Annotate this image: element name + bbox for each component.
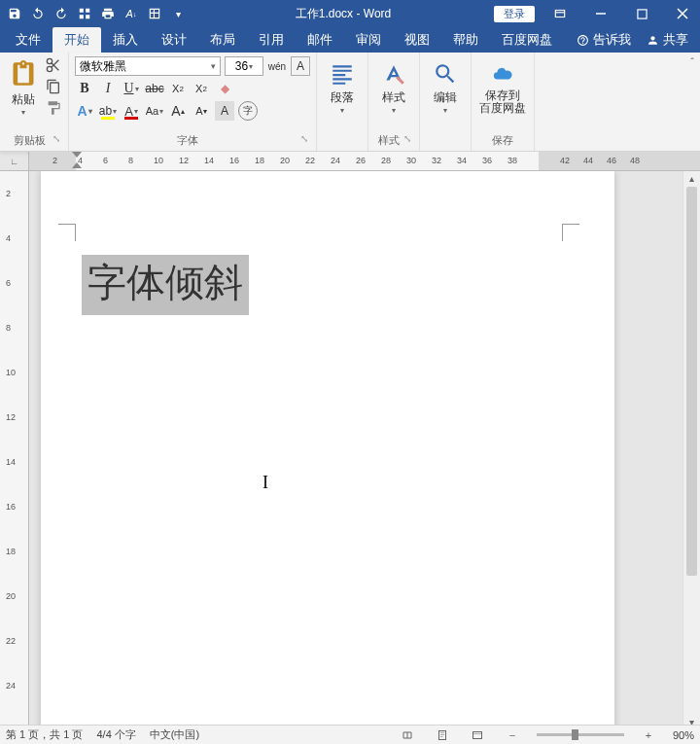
share-button[interactable]: 共享 bbox=[639, 27, 696, 53]
group-label-font: 字体⤡ bbox=[75, 131, 310, 151]
ribbon-display-icon[interactable] bbox=[542, 3, 578, 24]
group-clipboard: 粘贴 ▾ 剪贴板⤡ bbox=[0, 53, 69, 151]
close-icon[interactable] bbox=[665, 3, 700, 24]
group-baidu-save: 保存到百度网盘 保存 bbox=[472, 53, 535, 151]
editing-button[interactable]: 编辑 ▾ bbox=[426, 56, 465, 115]
zoom-in-icon[interactable]: + bbox=[638, 727, 659, 743]
highlight-button[interactable]: ab▾ bbox=[98, 101, 118, 121]
shrink-font-button[interactable]: A▾ bbox=[192, 101, 211, 121]
font-effect-icon[interactable]: A↓ bbox=[122, 5, 140, 22]
group-paragraph: 段落 ▾ bbox=[317, 53, 368, 151]
subscript-button[interactable]: X2 bbox=[168, 79, 188, 98]
ruler-row: ∟ 24681012141618202224262830323436384244… bbox=[0, 152, 700, 171]
char-border-icon[interactable]: A bbox=[291, 56, 310, 76]
margin-mark-tl bbox=[58, 224, 76, 241]
print-layout-icon[interactable] bbox=[432, 727, 453, 743]
paste-button[interactable]: 粘贴 ▾ bbox=[6, 56, 41, 117]
tab-home[interactable]: 开始 bbox=[52, 27, 101, 53]
svg-rect-1 bbox=[637, 9, 646, 18]
save-icon[interactable] bbox=[6, 5, 23, 22]
svg-rect-3 bbox=[472, 731, 481, 738]
clipboard-launcher-icon[interactable]: ⤡ bbox=[52, 133, 60, 144]
tab-mailings[interactable]: 邮件 bbox=[296, 27, 344, 53]
char-shading-button[interactable]: A bbox=[215, 101, 234, 121]
copy-icon[interactable] bbox=[45, 78, 62, 95]
web-layout-icon[interactable] bbox=[467, 727, 488, 743]
read-mode-icon[interactable] bbox=[397, 727, 418, 743]
group-styles: 样式 ▾ 样式⤡ bbox=[368, 53, 420, 151]
tab-baidu[interactable]: 百度网盘 bbox=[490, 27, 564, 53]
qat-customize-icon[interactable]: ▾ bbox=[169, 5, 187, 22]
text-effects-button[interactable]: A▾ bbox=[75, 101, 94, 121]
zoom-level[interactable]: 90% bbox=[673, 729, 694, 741]
tab-review[interactable]: 审阅 bbox=[344, 27, 393, 53]
status-language[interactable]: 中文(中国) bbox=[150, 727, 199, 742]
document-area: 24681012141618202224 字体倾斜 I ▴ ▾ bbox=[0, 171, 700, 730]
font-launcher-icon[interactable]: ⤡ bbox=[300, 133, 308, 144]
strikethrough-button[interactable]: abc bbox=[145, 79, 164, 98]
ribbon: 粘贴 ▾ 剪贴板⤡ 微软雅黑▾ 36▾ wén A B I U▾ ab bbox=[0, 53, 700, 152]
font-size-input[interactable]: 36▾ bbox=[225, 56, 263, 76]
undo-icon[interactable] bbox=[29, 5, 47, 22]
tab-layout[interactable]: 布局 bbox=[198, 27, 247, 53]
document-scrollpane[interactable]: 字体倾斜 I ▴ ▾ bbox=[29, 171, 700, 730]
scroll-up-icon[interactable]: ▴ bbox=[683, 171, 700, 187]
vertical-scrollbar[interactable]: ▴ ▾ bbox=[682, 171, 700, 730]
scroll-thumb[interactable] bbox=[686, 187, 697, 576]
zoom-slider-thumb[interactable] bbox=[572, 729, 578, 740]
maximize-icon[interactable] bbox=[624, 3, 659, 24]
print-icon[interactable] bbox=[99, 5, 117, 22]
quick-access-toolbar: A↓ ▾ bbox=[0, 5, 192, 22]
tab-view[interactable]: 视图 bbox=[393, 27, 441, 53]
login-button[interactable]: 登录 bbox=[494, 6, 535, 22]
paste-icon bbox=[8, 58, 39, 89]
clear-formatting-icon[interactable]: ◆ bbox=[215, 79, 234, 98]
font-color-button[interactable]: A▾ bbox=[122, 101, 141, 121]
tab-file[interactable]: 文件 bbox=[4, 27, 52, 53]
cut-icon[interactable] bbox=[45, 56, 62, 74]
collapse-ribbon-icon[interactable]: ˆ bbox=[690, 56, 694, 68]
horizontal-ruler[interactable]: 2468101214161820222426283032343638424446… bbox=[29, 152, 700, 171]
paragraph-icon bbox=[329, 60, 356, 88]
margin-mark-tr bbox=[562, 224, 579, 241]
group-font: 微软雅黑▾ 36▾ wén A B I U▾ abc X2 X2 ◆ A▾ ab… bbox=[69, 53, 317, 151]
paragraph-button[interactable]: 段落 ▾ bbox=[323, 56, 362, 115]
ribbon-tabs: 文件 开始 插入 设计 布局 引用 邮件 审阅 视图 帮助 百度网盘 告诉我 共… bbox=[0, 27, 700, 53]
grow-font-button[interactable]: A▴ bbox=[168, 101, 188, 121]
table-icon[interactable] bbox=[146, 5, 163, 22]
tab-design[interactable]: 设计 bbox=[150, 27, 198, 53]
italic-button[interactable]: I bbox=[98, 79, 118, 98]
styles-button[interactable]: 样式 ▾ bbox=[374, 56, 413, 115]
tab-help[interactable]: 帮助 bbox=[441, 27, 490, 53]
superscript-button[interactable]: X2 bbox=[192, 79, 211, 98]
vertical-ruler[interactable]: 24681012141618202224 bbox=[0, 171, 29, 730]
touch-mode-icon[interactable] bbox=[76, 5, 93, 22]
pinyin-guide-icon[interactable]: wén bbox=[267, 56, 287, 76]
save-baidu-button[interactable]: 保存到百度网盘 bbox=[477, 56, 528, 115]
tab-references[interactable]: 引用 bbox=[247, 27, 296, 53]
group-label-styles: 样式⤡ bbox=[374, 131, 413, 151]
group-label-save: 保存 bbox=[477, 131, 528, 151]
redo-icon[interactable] bbox=[52, 5, 70, 22]
selected-text[interactable]: 字体倾斜 bbox=[82, 255, 249, 315]
bold-button[interactable]: B bbox=[75, 79, 94, 98]
change-case-button[interactable]: Aa▾ bbox=[145, 101, 164, 121]
minimize-icon[interactable] bbox=[583, 3, 618, 24]
page[interactable]: 字体倾斜 I bbox=[41, 171, 614, 730]
zoom-out-icon[interactable]: − bbox=[502, 727, 523, 743]
ruler-corner: ∟ bbox=[0, 152, 29, 171]
statusbar: 第 1 页，共 1 页 4/4 个字 中文(中国) − + 90% bbox=[0, 725, 700, 744]
styles-launcher-icon[interactable]: ⤡ bbox=[403, 133, 411, 144]
tab-insert[interactable]: 插入 bbox=[101, 27, 150, 53]
tellme-button[interactable]: 告诉我 bbox=[569, 27, 639, 53]
font-name-input[interactable]: 微软雅黑▾ bbox=[75, 56, 221, 76]
titlebar: A↓ ▾ 工作1.docx - Word 登录 bbox=[0, 0, 700, 27]
zoom-slider[interactable] bbox=[537, 733, 624, 736]
status-wordcount[interactable]: 4/4 个字 bbox=[96, 727, 135, 742]
chevron-down-icon[interactable]: ▾ bbox=[211, 61, 216, 71]
format-painter-icon[interactable] bbox=[45, 99, 62, 117]
enclose-char-button[interactable]: 字 bbox=[238, 101, 258, 121]
cloud-save-icon bbox=[489, 60, 516, 88]
underline-button[interactable]: U▾ bbox=[122, 79, 141, 98]
status-page[interactable]: 第 1 页，共 1 页 bbox=[6, 727, 83, 742]
